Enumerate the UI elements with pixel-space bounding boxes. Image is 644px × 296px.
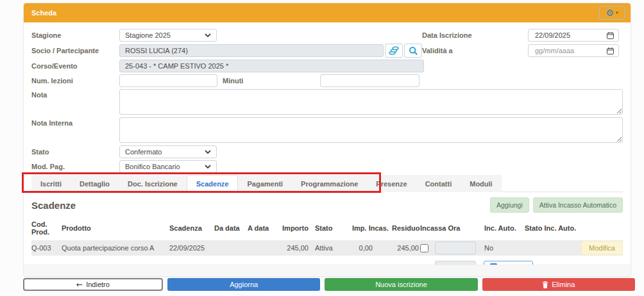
socio-label: Socio / Partecipante (31, 47, 119, 54)
card-footer (24, 265, 631, 276)
tab-contatti[interactable]: Contatti (416, 175, 461, 192)
mod-pag-select-value: Bonifico Bancario (125, 163, 180, 170)
corso-value: 25-043 - * CAMP ESTIVO 2025 * (125, 62, 228, 70)
nuova-iscrizione-label: Nuova iscrizione (375, 281, 427, 288)
trash-icon (542, 281, 548, 288)
cell-cod-prod: Q-003 (31, 244, 62, 252)
table-header-row: Cod. Prod. Prodotto Scadenza Da data A d… (31, 220, 623, 240)
incassa-ora-input[interactable] (435, 242, 476, 254)
row-validita: Validità a gg/mm/aaaa (422, 44, 623, 57)
chevron-down-icon: ▾ (616, 10, 618, 15)
gear-icon: ⚙ (606, 8, 614, 17)
stagione-select[interactable]: Stagione 2025 (119, 29, 217, 42)
attiva-incasso-automatico-button[interactable]: Attiva Incasso Automatico (533, 197, 623, 213)
socio-search-button[interactable] (404, 44, 422, 58)
nota-textarea[interactable] (119, 89, 623, 115)
aggiorna-button[interactable]: Aggiorna (167, 278, 320, 291)
cell-scadenza: 22/09/2025 (169, 244, 214, 252)
socio-value: ROSSI LUCIA (274) (125, 47, 188, 54)
back-arrow-icon: ← (76, 280, 83, 289)
scadenze-title: Scadenze (31, 200, 76, 211)
stagione-label: Stagione (31, 31, 119, 39)
cell-incassa-ora (420, 242, 484, 254)
cell-prodotto: Quota partecipazione corso A (62, 244, 169, 252)
mod-pag-label: Mod. Pag. (31, 163, 119, 170)
col-cod-prod: Cod. Prod. (31, 220, 62, 236)
row-corso: Corso/Evento 25-043 - * CAMP ESTIVO 2025… (31, 60, 623, 72)
corso-label: Corso/Evento (31, 62, 119, 70)
stagione-select-value: Stagione 2025 (125, 31, 171, 39)
cell-importo: 245,00 (278, 244, 309, 252)
scheda-card: Scheda ⚙ ▾ Stagione Stagione 2025 Data I… (23, 3, 631, 277)
num-lezioni-label: Num. lezioni (31, 77, 119, 85)
indietro-button[interactable]: ← Indietro (23, 278, 163, 291)
corso-field: 25-043 - * CAMP ESTIVO 2025 * (119, 60, 424, 72)
col-stato: Stato (315, 224, 352, 232)
page-title: Scheda (31, 9, 56, 17)
calendar-icon[interactable] (607, 47, 614, 54)
row-nota-interna: Nota Interna (31, 117, 623, 143)
row-stato: Stato Confermato (31, 145, 623, 158)
minuti-label: Minuti (217, 77, 320, 85)
nuova-iscrizione-button[interactable]: Nuova iscrizione (325, 278, 477, 291)
modifica-button[interactable]: Modifica (581, 241, 623, 255)
col-scadenza: Scadenza (169, 224, 214, 232)
card-header: Scheda ⚙ ▾ (24, 3, 631, 22)
validita-label: Validità a (422, 47, 528, 54)
socio-payments-button[interactable] (385, 44, 403, 58)
chevron-down-icon (205, 150, 211, 154)
indietro-label: Indietro (86, 281, 110, 288)
settings-dropdown-button[interactable]: ⚙ ▾ (599, 6, 625, 20)
elimina-button[interactable]: Elimina (482, 278, 635, 291)
tab-scadenze[interactable]: Scadenze (187, 175, 239, 192)
col-a-data: A data (248, 224, 278, 232)
data-iscrizione-label: Data Iscrizione (422, 31, 528, 39)
incassa-ora-checkbox[interactable] (420, 244, 428, 252)
col-residuo: Residuo (392, 224, 419, 232)
table-row: Q-003 Quota partecipazione corso A 22/09… (31, 240, 623, 256)
stato-select-value: Confermato (125, 148, 162, 156)
tabs: Iscritti Dettaglio Doc. Iscrizione Scade… (31, 175, 502, 192)
row-socio: Socio / Partecipante ROSSI LUCIA (274) V… (31, 44, 623, 58)
col-stato-inc-auto: Stato Inc. Auto. (525, 224, 579, 232)
cell-imp-incas: 0,00 (352, 244, 392, 252)
col-importo: Importo (278, 224, 309, 232)
nota-interna-textarea[interactable] (119, 117, 623, 143)
col-da-data: Da data (214, 224, 248, 232)
tab-pagamenti[interactable]: Pagamenti (238, 175, 292, 192)
aggiungi-button[interactable]: Aggiungi (490, 197, 529, 213)
col-imp-incas: Imp. Incas. (352, 224, 392, 232)
stato-label: Stato (31, 148, 119, 156)
cell-residuo: 245,00 (392, 244, 419, 252)
row-data-iscrizione: Data Iscrizione 22/09/2025 (422, 29, 623, 42)
nota-interna-label: Nota Interna (31, 117, 119, 127)
calendar-icon[interactable] (607, 32, 614, 39)
col-incassa-ora: Incassa Ora (420, 224, 484, 232)
col-inc-auto: Inc. Auto. (484, 224, 525, 232)
mod-pag-select[interactable]: Bonifico Bancario (119, 160, 217, 173)
col-prodotto: Prodotto (62, 224, 169, 232)
footer-action-bar: ← Indietro Aggiorna Nuova iscrizione Eli… (23, 278, 635, 291)
coins-icon (389, 46, 399, 55)
tab-dettaglio[interactable]: Dettaglio (71, 175, 119, 192)
num-lezioni-input[interactable] (119, 74, 217, 87)
stato-select[interactable]: Confermato (119, 145, 217, 158)
validita-input[interactable]: gg/mm/aaaa (528, 44, 619, 57)
search-icon (409, 46, 418, 56)
scadenze-section-header: Scadenze Aggiungi Attiva Incasso Automat… (31, 197, 623, 213)
scadenze-actions: Aggiungi Attiva Incasso Automatico (490, 197, 623, 213)
chevron-down-icon (205, 165, 211, 169)
minuti-input[interactable] (320, 74, 419, 87)
elimina-label: Elimina (552, 281, 575, 288)
tab-moduli[interactable]: Moduli (461, 175, 501, 192)
cell-stato: Attiva (315, 244, 352, 252)
tab-programmazione[interactable]: Programmazione (292, 175, 367, 192)
tab-presenze[interactable]: Presenze (367, 175, 416, 192)
chevron-down-icon (205, 33, 211, 37)
data-iscrizione-input[interactable]: 22/09/2025 (528, 29, 619, 42)
tab-doc-iscrizione[interactable]: Doc. Iscrizione (119, 175, 187, 192)
row-nota: Nota (31, 89, 623, 115)
validita-placeholder: gg/mm/aaaa (535, 47, 574, 54)
tab-iscritti[interactable]: Iscritti (31, 175, 71, 192)
aggiorna-label: Aggiorna (230, 281, 258, 288)
